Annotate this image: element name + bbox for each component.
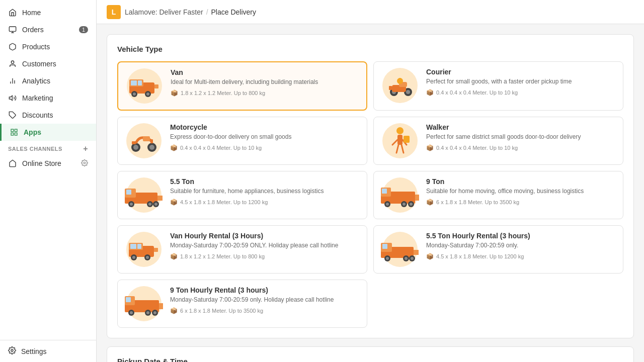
svg-point-70 — [132, 256, 135, 259]
vehicle-desc: Suitable for furniture, home appliances,… — [170, 187, 361, 196]
svg-rect-48 — [157, 196, 163, 201]
breadcrumb: Lalamove: Deliver Faster / Place Deliver… — [125, 8, 256, 16]
sidebar-item-discounts[interactable]: Discounts — [0, 107, 96, 124]
svg-point-89 — [130, 311, 133, 314]
vehicle-card-5ton-hourly[interactable]: 5.5 Ton Hourly Rental (3 hours) Monday-S… — [373, 225, 623, 274]
sidebar-item-products[interactable]: Products — [0, 38, 96, 55]
svg-point-60 — [386, 203, 389, 206]
vehicle-specs: 📦 6 x 1.8 x 1.8 Meter. Up to 3500 kg — [170, 307, 361, 314]
vehicle-specs: 📦 4.5 x 1.8 x 1.8 Meter. Up to 1200 kg — [426, 253, 617, 260]
sidebar-item-label: Home — [22, 9, 41, 17]
svg-rect-37 — [151, 139, 153, 143]
svg-rect-28 — [389, 86, 392, 90]
vehicle-info-5ton-hourly: 5.5 Ton Hourly Rental (3 hours) Monday-S… — [426, 232, 617, 260]
svg-point-93 — [153, 311, 156, 314]
vehicle-info-van: Van Ideal for Multi-item delivery, inclu… — [171, 68, 360, 97]
svg-point-32 — [133, 145, 138, 150]
sidebar-item-orders[interactable]: Orders 1 — [0, 21, 96, 38]
svg-point-18 — [133, 93, 136, 96]
svg-rect-47 — [126, 190, 131, 195]
svg-point-11 — [84, 162, 86, 164]
add-sales-channel-button[interactable]: + — [83, 145, 88, 153]
vehicle-image-motorcycle — [124, 123, 164, 158]
svg-rect-86 — [126, 297, 131, 302]
breadcrumb-current: Place Delivery — [211, 8, 256, 16]
svg-point-38 — [396, 127, 404, 134]
customers-icon — [8, 59, 17, 68]
sidebar-item-analytics[interactable]: Analytics — [0, 72, 96, 89]
vehicle-card-van[interactable]: Van Ideal for Multi-item delivery, inclu… — [117, 61, 367, 111]
marketing-icon — [8, 94, 17, 103]
vehicle-image-9ton-hourly — [124, 286, 164, 321]
sidebar-item-home[interactable]: Home — [0, 4, 96, 21]
specs-box-icon: 📦 — [426, 253, 434, 260]
svg-rect-15 — [131, 80, 137, 85]
sidebar-item-customers[interactable]: Customers — [0, 55, 96, 72]
vehicle-specs: 📦 0.4 x 0.4 x 0.4 Meter. Up to 10 kg — [170, 144, 361, 151]
vehicle-desc: Monday-Saturday 7:00-20:59 ONLY. Holiday… — [170, 241, 361, 250]
sales-channels-header: SALES CHANNELS + — [0, 141, 96, 155]
svg-rect-35 — [143, 136, 150, 141]
discounts-icon — [8, 111, 17, 120]
products-icon — [8, 42, 17, 51]
sidebar-item-label: Marketing — [22, 94, 53, 102]
vehicle-name: Motorcycle — [170, 123, 361, 131]
vehicle-card-motorcycle[interactable]: Motorcycle Express door-to-door delivery… — [117, 117, 367, 165]
vehicle-type-card: Vehicle Type — [107, 34, 634, 338]
sidebar-item-online-store[interactable]: Online Store — [0, 155, 96, 172]
svg-point-52 — [148, 203, 151, 206]
svg-point-54 — [154, 203, 157, 206]
vehicle-specs: 📦 0.4 x 0.4 x 0.4 Meter. Up to 10 kg — [426, 144, 617, 151]
vehicle-name: Van — [171, 68, 360, 76]
sidebar: Home Orders 1 Products Customers Analy — [0, 0, 97, 362]
svg-rect-36 — [132, 141, 136, 144]
vehicle-specs: 📦 0.4 x 0.4 x 0.4 Meter. Up to 10 kg — [426, 89, 617, 96]
svg-rect-9 — [15, 133, 17, 135]
svg-rect-10 — [11, 133, 14, 135]
sidebar-item-label: Products — [22, 43, 50, 51]
svg-line-43 — [401, 145, 404, 153]
vehicle-grid: Van Ideal for Multi-item delivery, inclu… — [117, 61, 623, 328]
settings-item[interactable]: Settings — [0, 340, 96, 362]
orders-badge: 1 — [79, 26, 88, 33]
vehicle-card-walker[interactable]: Walker Perfect for same district small g… — [373, 117, 623, 165]
sidebar-item-label: Discounts — [22, 111, 53, 119]
pickup-section-title: Pickup Date & Time — [117, 357, 623, 362]
svg-point-83 — [411, 257, 414, 260]
vehicle-image-9ton — [380, 177, 420, 213]
svg-point-34 — [149, 145, 154, 150]
sidebar-item-apps[interactable]: Apps — [0, 124, 96, 141]
vehicle-card-van-hourly[interactable]: Van Hourly Rental (3 Hours) Monday-Satur… — [117, 225, 367, 274]
vehicle-desc: Suitable for home moving, office moving,… — [426, 187, 617, 196]
specs-box-icon: 📦 — [426, 89, 434, 96]
vehicle-name: 9 Ton — [426, 177, 617, 186]
vehicle-desc: Perfect for same district small goods do… — [426, 133, 617, 141]
svg-point-12 — [11, 349, 13, 351]
svg-rect-0 — [9, 27, 16, 31]
svg-point-79 — [386, 257, 389, 260]
online-store-label: Online Store — [22, 159, 61, 167]
svg-point-25 — [406, 90, 410, 94]
vehicle-card-5ton[interactable]: 5.5 Ton Suitable for furniture, home app… — [117, 171, 367, 219]
vehicle-specs: 📦 1.8 x 1.2 x 1.2 Meter. Up to 800 kg — [171, 89, 360, 97]
svg-point-50 — [130, 203, 133, 206]
sidebar-item-marketing[interactable]: Marketing — [0, 89, 96, 107]
svg-rect-58 — [415, 195, 419, 201]
breadcrumb-brand: Lalamove: Deliver Faster — [125, 8, 203, 16]
specs-box-icon: 📦 — [426, 144, 434, 151]
svg-rect-57 — [382, 189, 387, 194]
vehicle-info-9ton: 9 Ton Suitable for home moving, office m… — [426, 177, 617, 206]
svg-rect-16 — [138, 80, 142, 85]
sidebar-item-label: Customers — [22, 60, 56, 68]
svg-point-64 — [410, 203, 413, 206]
vehicle-image-courier — [380, 68, 420, 103]
svg-rect-68 — [137, 244, 141, 249]
specs-box-icon: 📦 — [170, 144, 178, 151]
vehicle-desc: Monday-Saturday 7:00-20:59 only. Holiday… — [170, 296, 361, 304]
vehicle-card-9ton[interactable]: 9 Ton Suitable for home moving, office m… — [373, 171, 623, 219]
svg-rect-67 — [130, 244, 136, 249]
vehicle-card-courier[interactable]: Courier Perfect for small goods, with a … — [373, 61, 623, 111]
svg-rect-77 — [414, 250, 419, 255]
vehicle-card-9ton-hourly[interactable]: 9 Ton Hourly Rental (3 hours) Monday-Sat… — [117, 280, 367, 328]
online-store-settings-icon[interactable] — [81, 159, 88, 168]
